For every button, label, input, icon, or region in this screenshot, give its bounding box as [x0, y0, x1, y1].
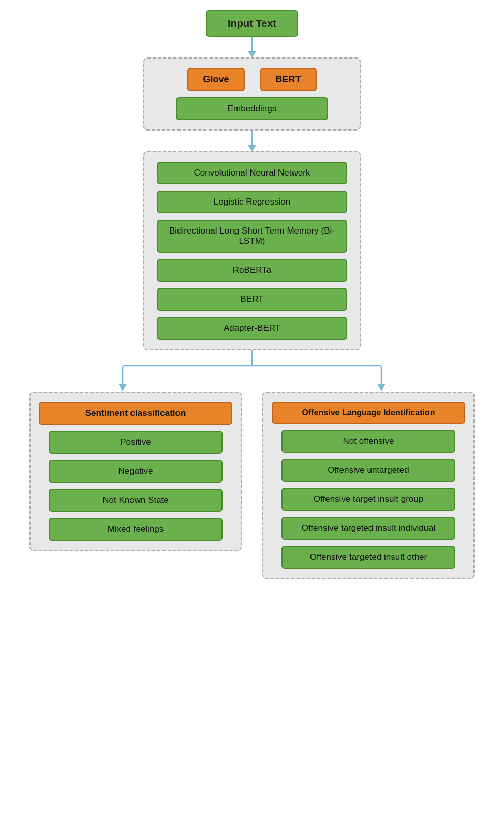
split-arrows-svg: [29, 350, 475, 392]
negative-box: Negative: [49, 460, 223, 483]
svg-marker-5: [377, 384, 386, 392]
bert-model-box: BERT: [157, 288, 347, 311]
models-box: Convolutional Neural Network Logistic Re…: [143, 151, 361, 350]
group-box: Offensive target insult group: [281, 488, 456, 511]
roberta-box: RoBERTa: [157, 259, 347, 282]
arrow-1: [248, 37, 256, 57]
embedding-row: Glove BERT: [187, 68, 316, 91]
mixed-box: Mixed feelings: [49, 518, 223, 541]
sentiment-title-box: Sentiment classification: [39, 402, 232, 425]
not-offensive-box: Not offensive: [281, 430, 456, 453]
cnn-box: Convolutional Neural Network: [157, 162, 347, 184]
bottom-row: Sentiment classification Positive Negati…: [29, 392, 475, 579]
individual-box: Offensive targeted insult individual: [281, 517, 456, 540]
embeddings-box: Embeddings: [176, 97, 328, 120]
diagram-container: Input Text Glove BERT Embeddings Convolu…: [19, 10, 485, 579]
not-known-box: Not Known State: [49, 489, 223, 512]
glove-box: Glove: [187, 68, 244, 91]
arrow-2: [248, 131, 256, 151]
offensive-box: Offensive Language Identification Not of…: [262, 392, 475, 579]
other-box: Offensive targeted insult other: [281, 546, 456, 569]
adapter-bert-box: Adapter-BERT: [157, 317, 347, 340]
offensive-title-box: Offensive Language Identification: [272, 402, 465, 424]
bert-embed-box: BERT: [260, 68, 317, 91]
sentiment-box: Sentiment classification Positive Negati…: [29, 392, 242, 551]
positive-box: Positive: [49, 431, 223, 454]
svg-marker-4: [118, 384, 127, 392]
embedding-box: Glove BERT Embeddings: [143, 57, 361, 131]
logistic-box: Logistic Regression: [157, 191, 347, 213]
untargeted-box: Offensive untargeted: [281, 459, 456, 482]
bilstm-box: Bidirectional Long Short Term Memory (Bi…: [157, 220, 347, 253]
input-text-label: Input Text: [228, 18, 276, 29]
input-text-box: Input Text: [206, 10, 298, 37]
